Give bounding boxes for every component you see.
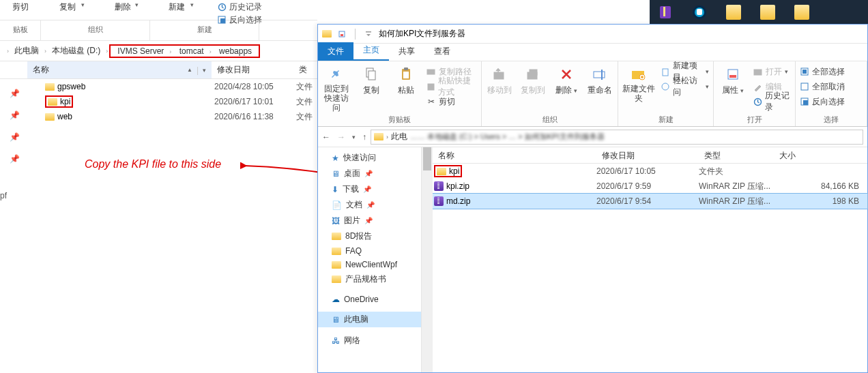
paste-button[interactable]: 粘贴	[392, 63, 421, 113]
svg-rect-33	[801, 83, 808, 90]
pin-quickaccess-button[interactable]: 固定到快速访问	[322, 63, 351, 113]
nav-network[interactable]: 🖧网络	[318, 333, 421, 348]
svg-rect-16	[427, 70, 435, 74]
qat-dropdown-icon[interactable]	[362, 28, 375, 40]
crumb-pc[interactable]: 此电脑	[10, 44, 43, 58]
rename-button[interactable]: 重命名	[585, 63, 613, 113]
up-button[interactable]: ↑	[362, 132, 366, 142]
crumb-tomcat[interactable]: tomcat	[175, 45, 208, 57]
history-button[interactable]: 历史记录	[217, 1, 262, 13]
paste-shortcut-button[interactable]: 粘贴快捷方式	[426, 80, 477, 93]
addr-segment[interactable]: 此电	[391, 131, 407, 143]
nav-onedrive[interactable]: ☁OneDrive	[318, 293, 421, 306]
new-item-icon	[661, 67, 670, 76]
col-name[interactable]: 名称	[433, 147, 596, 163]
tab-share[interactable]: 共享	[389, 42, 424, 61]
folder-icon	[374, 133, 384, 140]
new-folder-button[interactable]: 新建文件夹	[622, 63, 656, 113]
file-type: 文件夹	[699, 166, 774, 177]
address-box[interactable]: › 此电 …… 本地磁盘 (C:) > Users > … > 如何加KPI文件…	[371, 130, 863, 145]
zip-icon	[434, 196, 444, 206]
col-type[interactable]: 类	[293, 61, 313, 78]
copy-button[interactable]: 复制▾	[41, 0, 102, 20]
nav-spec[interactable]: 产品规格书	[318, 271, 421, 287]
svg-rect-32	[802, 70, 807, 74]
back-button[interactable]: ←	[322, 132, 330, 142]
new-folder-icon	[631, 66, 647, 83]
file-row[interactable]: web2020/6/16 11:38文件	[0, 109, 317, 124]
crumb-drive[interactable]: 本地磁盘 (D:)	[48, 44, 104, 58]
desktop-folder-icon	[794, 5, 809, 20]
copyto-icon	[525, 66, 541, 83]
scissors-icon: ✂	[426, 97, 436, 106]
crumb-ivms[interactable]: IVMS Server	[113, 45, 168, 57]
file-name: kpi	[449, 166, 459, 176]
file-row[interactable]: md.zip2020/6/17 9:54WinRAR ZIP 压缩...198 …	[433, 194, 867, 209]
forward-button[interactable]: →	[337, 132, 345, 142]
cut-button[interactable]: 剪切	[0, 0, 41, 20]
recent-dropdown[interactable]: ▾	[352, 134, 356, 140]
right-nav-tree[interactable]: ★快速访问 🖥桌面📌 ⬇下载📌 📄文档📌 🖼图片📌 8D报告 FAQ NewCl…	[318, 147, 422, 372]
left-breadcrumb[interactable]: › 此电脑› 本地磁盘 (D:)› IVMS Server› tomcat› w…	[0, 41, 317, 61]
open-button[interactable]: 打开 ▾	[753, 65, 791, 78]
file-row[interactable]: kpi2020/6/17 10:01文件	[0, 94, 317, 109]
tab-view[interactable]: 查看	[424, 42, 460, 61]
select-none-button[interactable]: 全部取消	[800, 80, 845, 93]
invert-select-button[interactable]: 反向选择	[800, 95, 845, 108]
select-all-button[interactable]: 全部选择	[800, 65, 845, 78]
col-date[interactable]: 修改日期	[212, 61, 293, 78]
svg-rect-29	[754, 70, 762, 75]
col-type[interactable]: 类型	[699, 147, 774, 163]
easy-access-button[interactable]: 轻松访问 ▾	[661, 80, 709, 93]
move-to-button[interactable]: 移动到	[486, 63, 514, 113]
nav-reports[interactable]: 8D报告	[318, 228, 421, 244]
crumb-webapps[interactable]: webapps	[215, 45, 256, 57]
file-row[interactable]: gpsweb2020/4/28 10:05文件	[0, 79, 317, 94]
right-titlebar[interactable]: 如何加KPI文件到服务器	[318, 25, 867, 44]
group-label: 贴板	[0, 20, 41, 40]
tab-file[interactable]: 文件	[318, 42, 353, 61]
left-column-headers[interactable]: 名称▲|▾ 修改日期 类	[0, 61, 317, 79]
annotation-box: kpi	[434, 165, 462, 177]
nav-this-pc[interactable]: 🖥此电脑	[318, 312, 421, 327]
shortcut-icon	[426, 82, 435, 91]
nav-faq[interactable]: FAQ	[318, 244, 421, 258]
col-date[interactable]: 修改日期	[596, 147, 699, 163]
new-button[interactable]: 新建▾	[150, 0, 212, 20]
nav-quick-access[interactable]: ★快速访问	[318, 150, 421, 166]
right-column-headers[interactable]: 名称 修改日期 类型 大小	[433, 147, 867, 164]
group-label: 选择	[800, 113, 863, 126]
delete-icon	[558, 66, 575, 83]
history-icon	[217, 3, 227, 12]
group-label: 新建	[622, 113, 709, 126]
folder-icon	[48, 98, 57, 106]
nav-pictures[interactable]: 🖼图片📌	[318, 213, 421, 228]
delete-button[interactable]: 删除▾	[102, 0, 150, 20]
nav-client[interactable]: NewClientWpf	[318, 258, 421, 271]
properties-button[interactable]: 属性 ▾	[718, 63, 748, 113]
qat-properties-icon[interactable]	[336, 28, 348, 40]
tab-home[interactable]: 主页	[353, 41, 389, 61]
col-name[interactable]: 名称▲|▾	[27, 61, 212, 78]
col-size[interactable]: 大小	[774, 147, 867, 163]
file-row[interactable]: kpi.zip2020/6/17 9:59WinRAR ZIP 压缩...84,…	[433, 179, 867, 194]
file-date: 2020/6/17 9:54	[596, 196, 699, 206]
pin-icon: 📌	[10, 132, 20, 142]
file-row[interactable]: kpi2020/6/17 10:05文件夹	[433, 164, 867, 179]
nav-documents[interactable]: 📄文档📌	[318, 197, 421, 213]
folder-icon	[45, 113, 55, 121]
history-button[interactable]: 历史记录	[753, 95, 791, 108]
file-date: 2020/6/16 11:38	[214, 112, 296, 121]
nav-downloads[interactable]: ⬇下载📌	[318, 181, 421, 197]
copy-button[interactable]: 复制	[357, 63, 386, 113]
copy-to-button[interactable]: 复制到	[519, 63, 547, 113]
right-file-list: kpi2020/6/17 10:05文件夹kpi.zip2020/6/17 9:…	[433, 164, 867, 209]
file-type: 文件	[296, 111, 313, 123]
annotation-text: Copy the KPI file to this side	[85, 158, 221, 170]
folder-icon	[45, 83, 55, 91]
chevron-right-icon: ›	[5, 48, 10, 55]
cut-button[interactable]: ✂剪切	[426, 95, 477, 108]
nav-desktop[interactable]: 🖥桌面📌	[318, 166, 421, 181]
delete-button[interactable]: 删除 ▾	[553, 63, 581, 113]
content-scrollbar[interactable]	[422, 147, 433, 372]
